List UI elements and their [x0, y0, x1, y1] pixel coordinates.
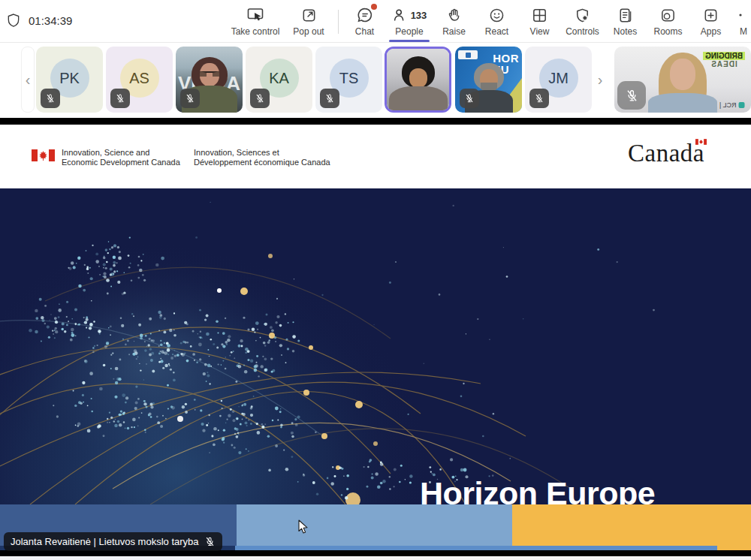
toolbar-divider: [338, 10, 339, 34]
globe-network-image: [0, 188, 751, 504]
shared-screen-bottom-edge: [0, 550, 751, 556]
meeting-timer-group: 01:34:39: [6, 13, 72, 28]
participant-tile-ka[interactable]: KA: [246, 47, 312, 113]
slide-header-band: Innovation, Science and Economic Develop…: [0, 125, 751, 188]
chat-label: Chat: [355, 26, 374, 37]
department-name-fr: Innovation, Sciences et Développement éc…: [194, 148, 330, 167]
backdrop-badge-mirrored: BRIDGING IDEAS: [703, 52, 745, 68]
filmstrip-next-button[interactable]: ›: [593, 47, 607, 113]
notes-label: Notes: [614, 26, 637, 37]
mouse-cursor: [298, 519, 309, 534]
people-active-indicator: [389, 40, 430, 42]
react-label: React: [485, 26, 508, 37]
more-button-truncated[interactable]: M: [732, 5, 751, 37]
pop-out-button[interactable]: Pop out: [284, 5, 333, 37]
take-control-button[interactable]: Take control: [227, 5, 284, 37]
rooms-button[interactable]: Rooms: [647, 5, 689, 37]
take-control-label: Take control: [231, 26, 280, 37]
rooms-icon: [659, 5, 677, 25]
meeting-timer: 01:34:39: [29, 14, 72, 27]
view-label: View: [530, 26, 550, 37]
participant-tile-video-1[interactable]: VI VA: [176, 47, 243, 113]
mic-muted-icon: [617, 81, 646, 110]
notes-button[interactable]: Notes: [604, 5, 647, 37]
participant-tile-ts[interactable]: TS: [315, 47, 382, 113]
people-icon: [392, 7, 409, 23]
notes-icon: [617, 5, 634, 25]
controls-button[interactable]: Controls: [561, 5, 604, 37]
mic-muted-icon: [41, 89, 60, 108]
apps-icon: [702, 5, 719, 25]
participant-tile-jm[interactable]: JM: [525, 47, 592, 113]
chat-icon: [356, 5, 374, 25]
chevron-left-icon: ‹: [26, 71, 31, 89]
mic-muted-icon: [320, 89, 339, 108]
more-icon: [738, 5, 749, 25]
people-button[interactable]: 133 People: [386, 5, 433, 37]
meeting-toolbar: 01:34:39 Take control Pop out Chat: [0, 0, 751, 43]
canada-wordmark: Canada: [628, 140, 704, 167]
pop-out-icon: [300, 5, 318, 25]
view-button[interactable]: View: [518, 5, 561, 37]
shield-icon: [6, 13, 21, 28]
backdrop-logo-mirrored: RCL |: [719, 101, 745, 109]
raise-hand-icon: [445, 5, 463, 25]
wordmark-flag-icon: [695, 139, 707, 145]
people-count: 133: [411, 10, 427, 21]
mic-muted-icon: [529, 89, 549, 108]
chat-button[interactable]: Chat: [343, 5, 386, 37]
participant-filmstrip: ‹ PK AS VI VA KA TS: [0, 43, 751, 118]
mic-muted-icon: [180, 89, 200, 108]
pop-out-label: Pop out: [293, 26, 324, 37]
slide-title: Horizon Europe: [420, 475, 655, 504]
participant-tile-active-speaker[interactable]: [385, 47, 451, 113]
react-button[interactable]: React: [475, 5, 518, 37]
people-label: People: [395, 26, 423, 37]
toolbar-buttons: Take control Pop out Chat 133 People: [227, 5, 751, 37]
rooms-label: Rooms: [653, 26, 682, 37]
filmstrip-prev-button[interactable]: ‹: [21, 47, 35, 113]
controls-shield-gear-icon: [574, 5, 591, 25]
participant-tile-video-3[interactable]: HOR EU: [455, 47, 522, 113]
react-smiley-icon: [488, 5, 505, 25]
participant-tile-as[interactable]: AS: [106, 47, 173, 113]
footer-bar-light-blue: [237, 504, 512, 546]
mic-muted-icon: [460, 89, 479, 108]
participant-video: [387, 49, 449, 110]
slide-body: Horizon Europe January 14, 2026: [0, 188, 751, 504]
chat-notification-dot: [371, 4, 377, 10]
apps-button[interactable]: Apps: [689, 5, 732, 37]
window-bottom-strip: [0, 556, 751, 560]
mic-muted-icon: [204, 536, 216, 547]
backdrop-logo: [458, 50, 478, 59]
mic-muted-icon: [250, 89, 270, 108]
chevron-right-icon: ›: [598, 71, 603, 89]
department-name-en: Innovation, Science and Economic Develop…: [62, 148, 180, 167]
take-control-icon: [246, 5, 264, 25]
apps-label: Apps: [701, 26, 721, 37]
mic-muted-icon: [110, 89, 130, 108]
canada-flag-icon: [32, 149, 55, 161]
view-grid-icon: [531, 5, 548, 25]
active-speaker-name-label: Jolanta Revaitienė | Lietuvos mokslo tar…: [4, 532, 222, 551]
participant-tile-pk[interactable]: PK: [36, 47, 103, 113]
glasses: [200, 71, 219, 77]
speaker-name-text: Jolanta Revaitienė | Lietuvos mokslo tar…: [11, 536, 199, 547]
footer-bar-yellow: [512, 504, 751, 546]
presenter-video-tile[interactable]: BRIDGING IDEAS RCL |: [614, 47, 751, 113]
more-label: M: [740, 26, 747, 37]
raise-button[interactable]: Raise: [433, 5, 475, 37]
raise-label: Raise: [442, 26, 466, 37]
shared-screen-top-edge: [0, 118, 751, 125]
controls-label: Controls: [566, 26, 599, 37]
